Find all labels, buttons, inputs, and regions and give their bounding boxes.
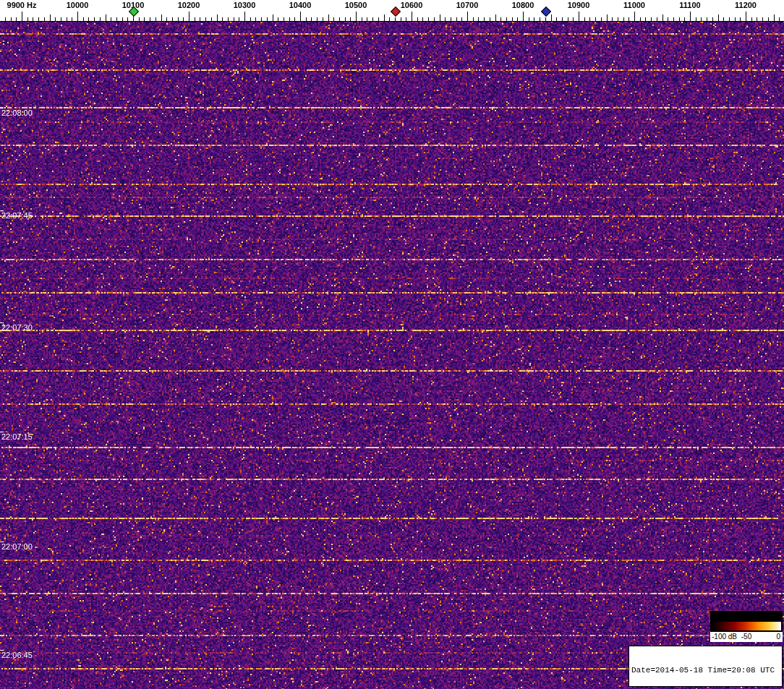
freq-tick-label: 10800 xyxy=(512,1,534,9)
freq-tick-label: 10300 xyxy=(234,1,256,9)
freq-tick-label: 10700 xyxy=(456,1,479,9)
frequency-ruler[interactable]: 9900 Hz100001010010200103001040010500106… xyxy=(0,0,784,22)
info-date-line: Date=2014-05-18 Time=20:08 UTC xyxy=(631,666,780,675)
legend-label-max: 0 xyxy=(776,633,780,641)
color-scale-labels: -100 dB -50 0 xyxy=(710,632,783,642)
freq-tick-label: 11000 xyxy=(623,1,645,9)
freq-tick-label: 10000 xyxy=(67,1,89,9)
color-gradient xyxy=(712,622,781,630)
color-scale-legend: -100 dB -50 0 xyxy=(710,611,783,642)
legend-label-min: -100 dB xyxy=(712,633,737,641)
time-tick-label: 22:07:30 xyxy=(1,323,33,332)
freq-tick-label: 11200 xyxy=(735,1,757,9)
spectrogram-canvas[interactable] xyxy=(0,22,784,689)
time-tick-label: 22:08:00 xyxy=(1,108,33,117)
time-tick-label: 22:06:45 xyxy=(1,651,33,659)
info-box: Date=2014-05-18 Time=20:08 UTC Freq=143 … xyxy=(629,646,783,687)
freq-tick-label: 10200 xyxy=(178,1,200,9)
freq-tick-label: 10400 xyxy=(289,1,312,9)
legend-label-mid: -50 xyxy=(741,633,751,641)
freq-tick-label: 10600 xyxy=(401,1,423,9)
time-tick-label: 22:07:00 xyxy=(1,542,33,551)
waterfall-display[interactable]: 22:08:0022:07:4522:07:3022:07:1522:07:00… xyxy=(0,22,784,689)
freq-tick-label: 11100 xyxy=(679,1,700,9)
time-tick-label: 22:07:45 xyxy=(1,211,33,220)
freq-tick-label: 10900 xyxy=(568,1,590,9)
spectrogram-window: 9900 Hz100001010010200103001040010500106… xyxy=(0,0,784,689)
freq-tick-label: 9900 Hz xyxy=(7,1,37,9)
freq-tick-label: 10500 xyxy=(345,1,367,9)
color-scale-gradient-box xyxy=(710,611,783,632)
time-tick-label: 22:07:15 xyxy=(1,432,33,441)
